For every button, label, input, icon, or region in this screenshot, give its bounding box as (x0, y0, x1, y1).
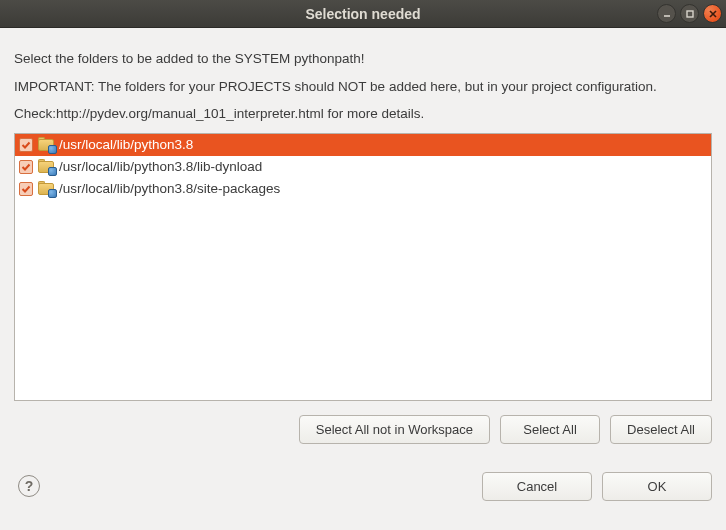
maximize-button[interactable] (680, 4, 699, 23)
close-button[interactable] (703, 4, 722, 23)
dialog-content: Select the folders to be added to the SY… (0, 28, 726, 515)
message-line-3: Check:http://pydev.org/manual_101_interp… (14, 105, 712, 123)
folder-system-icon (38, 182, 54, 196)
folder-system-icon (38, 138, 54, 152)
checkbox[interactable] (19, 182, 33, 196)
checkbox[interactable] (19, 160, 33, 174)
list-item[interactable]: /usr/local/lib/python3.8/site-packages (15, 178, 711, 200)
ok-button[interactable]: OK (602, 472, 712, 501)
cancel-button[interactable]: Cancel (482, 472, 592, 501)
help-icon[interactable]: ? (18, 475, 40, 497)
dialog-footer: ? Cancel OK (14, 472, 712, 501)
folder-list[interactable]: /usr/local/lib/python3.8/usr/local/lib/p… (14, 133, 712, 401)
footer-buttons: Cancel OK (482, 472, 712, 501)
selection-button-row: Select All not in Workspace Select All D… (14, 415, 712, 444)
list-item[interactable]: /usr/local/lib/python3.8/lib-dynload (15, 156, 711, 178)
window-controls (657, 4, 722, 23)
svg-rect-1 (687, 11, 693, 17)
list-item-label: /usr/local/lib/python3.8/lib-dynload (59, 159, 262, 174)
message-line-1: Select the folders to be added to the SY… (14, 50, 712, 68)
message-line-2: IMPORTANT: The folders for your PROJECTS… (14, 78, 712, 96)
select-all-not-in-workspace-button[interactable]: Select All not in Workspace (299, 415, 490, 444)
window-title: Selection needed (0, 6, 726, 22)
checkbox[interactable] (19, 138, 33, 152)
list-item[interactable]: /usr/local/lib/python3.8 (15, 134, 711, 156)
deselect-all-button[interactable]: Deselect All (610, 415, 712, 444)
list-item-label: /usr/local/lib/python3.8 (59, 137, 193, 152)
folder-system-icon (38, 160, 54, 174)
list-item-label: /usr/local/lib/python3.8/site-packages (59, 181, 280, 196)
titlebar: Selection needed (0, 0, 726, 28)
select-all-button[interactable]: Select All (500, 415, 600, 444)
minimize-button[interactable] (657, 4, 676, 23)
